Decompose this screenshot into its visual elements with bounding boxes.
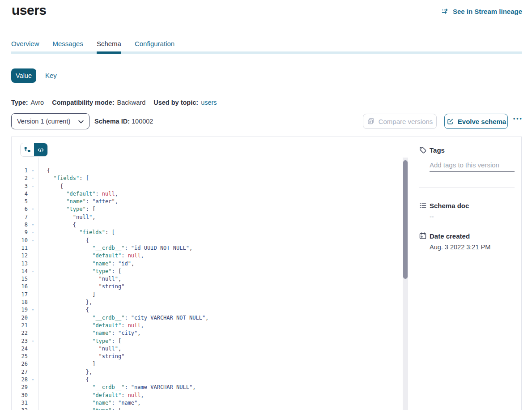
- version-select[interactable]: Version 1 (current): [11, 113, 89, 129]
- code-line: 22 "name": "city",: [12, 329, 411, 337]
- type-label: Type:: [11, 99, 28, 106]
- schema-doc-value: --: [430, 213, 434, 220]
- code-text: "string": [38, 283, 124, 290]
- line-number: 20: [12, 314, 28, 322]
- code-line: 21 "default": null,: [12, 322, 411, 329]
- fold-spacer: [28, 399, 38, 407]
- editor-scrollbar[interactable]: [403, 158, 408, 410]
- add-tags-input[interactable]: [430, 158, 515, 172]
- date-created-icon: [419, 232, 427, 240]
- line-number: 25: [12, 353, 28, 360]
- tree-view-button[interactable]: [21, 143, 34, 156]
- line-number: 29: [12, 384, 28, 391]
- line-number: 30: [12, 392, 28, 399]
- fold-spacer: [28, 353, 38, 360]
- evolve-schema-label: Evolve schema: [458, 118, 506, 125]
- schema-id-label: Schema ID:: [94, 118, 130, 125]
- fold-icon[interactable]: ▾: [28, 268, 38, 275]
- fold-icon[interactable]: ▾: [28, 183, 38, 190]
- line-number: 24: [12, 345, 28, 353]
- code-line: 14▾ "type": [: [12, 268, 411, 275]
- line-number: 21: [12, 322, 28, 329]
- code-text: "default": null,: [38, 190, 118, 198]
- line-number: 2: [12, 175, 28, 182]
- code-line: 18 },: [12, 299, 411, 306]
- schema-meta-row: Type: Avro Compatibility mode: Backward …: [11, 99, 217, 106]
- fold-icon[interactable]: ▾: [28, 229, 38, 236]
- code-line: 1▾{: [12, 167, 411, 175]
- stream-lineage-link[interactable]: See in Stream lineage: [442, 7, 522, 15]
- code-text: "fields": [: [38, 229, 115, 236]
- tab-overview[interactable]: Overview: [11, 39, 39, 48]
- code-text: {: [38, 306, 89, 314]
- code-line: 5 "name": "after",: [12, 198, 411, 205]
- line-number: 18: [12, 299, 28, 306]
- line-number: 1: [12, 167, 28, 175]
- sidebar-divider: [419, 187, 515, 188]
- code-text: "default": null,: [38, 322, 144, 329]
- code-line: 16 "string": [12, 283, 411, 290]
- tag-icon: [419, 146, 427, 154]
- code-line: 15 "null",: [12, 275, 411, 283]
- tags-title: Tags: [430, 146, 445, 154]
- key-toggle-button[interactable]: Key: [45, 72, 57, 79]
- date-created-value: Aug. 3 2022 3:21 PM: [430, 243, 490, 251]
- fold-icon[interactable]: ▾: [28, 237, 38, 244]
- line-number: 12: [12, 252, 28, 260]
- schema-sidebar: Tags Schema doc -- Dat: [411, 137, 521, 410]
- fold-spacer: [28, 214, 38, 221]
- schema-id-value: 100002: [132, 118, 153, 125]
- code-text: {: [38, 237, 89, 244]
- code-line: 25 "string": [12, 353, 411, 360]
- line-number: 15: [12, 275, 28, 283]
- date-created-header: Date created: [419, 232, 470, 240]
- fold-icon[interactable]: ▾: [28, 205, 38, 213]
- value-toggle-button[interactable]: Value: [11, 68, 36, 83]
- line-number: 32: [12, 407, 28, 410]
- used-by-topic-link[interactable]: users: [201, 99, 217, 106]
- code-editor[interactable]: 1▾{2▾ "fields": [3▾ {4 "default": null,5…: [12, 158, 411, 410]
- fold-icon[interactable]: ▾: [28, 221, 38, 229]
- fold-spacer: [28, 252, 38, 260]
- fold-spacer: [28, 190, 38, 198]
- fold-icon[interactable]: ▾: [28, 376, 38, 384]
- fold-icon[interactable]: ▾: [28, 167, 38, 175]
- scrollbar-thumb[interactable]: [403, 160, 408, 279]
- editor-view-toggle: [20, 143, 48, 157]
- compatibility-value: Backward: [117, 99, 146, 106]
- code-view-icon: [37, 146, 45, 154]
- code-text: "null",: [38, 275, 121, 283]
- line-number: 10: [12, 237, 28, 244]
- fold-icon[interactable]: ▾: [28, 407, 38, 410]
- compare-versions-button[interactable]: Compare versions: [363, 114, 437, 129]
- tab-messages[interactable]: Messages: [53, 39, 83, 48]
- fold-icon[interactable]: ▾: [28, 306, 38, 314]
- code-line: 6▾ "type": [: [12, 205, 411, 213]
- fold-spacer: [28, 283, 38, 290]
- fold-icon[interactable]: ▾: [28, 337, 38, 345]
- tree-view-icon: [23, 146, 31, 154]
- code-line: 9▾ "fields": [: [12, 229, 411, 236]
- fold-spacer: [28, 291, 38, 299]
- line-number: 28: [12, 376, 28, 384]
- code-line: 30 "default": null,: [12, 392, 411, 399]
- code-text: "string": [38, 353, 124, 360]
- evolve-schema-button[interactable]: Evolve schema: [444, 114, 508, 129]
- code-text: "default": null,: [38, 252, 144, 260]
- code-view-button[interactable]: [34, 143, 47, 156]
- tab-schema[interactable]: Schema: [97, 39, 121, 48]
- fold-icon[interactable]: ▾: [28, 175, 38, 182]
- chevron-down-icon: [78, 118, 84, 125]
- page-title: users: [12, 3, 47, 18]
- code-lines: 1▾{2▾ "fields": [3▾ {4 "default": null,5…: [12, 167, 411, 410]
- tab-configuration[interactable]: Configuration: [135, 39, 174, 48]
- line-number: 23: [12, 337, 28, 345]
- tab-underline-bar: [11, 51, 522, 54]
- code-text: "__crdb__": "city VARCHAR NOT NULL",: [38, 314, 209, 322]
- code-text: "null",: [38, 345, 121, 353]
- line-number: 8: [12, 221, 28, 229]
- code-text: "name": "name",: [38, 399, 141, 407]
- more-actions-button[interactable]: •••: [513, 115, 523, 122]
- code-text: "__crdb__": "name VARCHAR NULL",: [38, 384, 196, 391]
- code-text: {: [38, 221, 76, 229]
